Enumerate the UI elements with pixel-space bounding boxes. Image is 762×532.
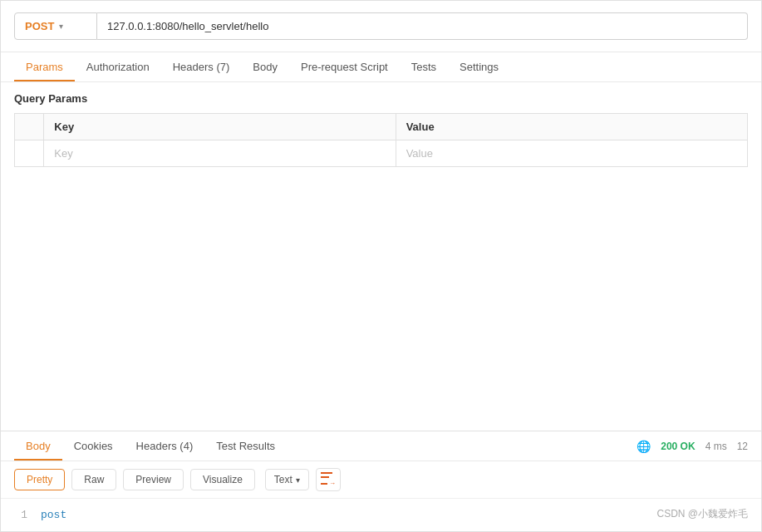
method-selector[interactable]: POST ▾ <box>14 12 97 40</box>
globe-icon[interactable]: 🌐 <box>637 440 651 453</box>
response-tab-headers[interactable]: Headers (4) <box>125 431 205 461</box>
tab-settings[interactable]: Settings <box>448 52 510 81</box>
response-tabs: Body Cookies Headers (4) Test Results <box>14 431 287 461</box>
tab-body[interactable]: Body <box>241 52 289 81</box>
tab-tests[interactable]: Tests <box>400 52 448 81</box>
line-numbers: 1 <box>14 509 27 521</box>
table-header-value: Value <box>396 114 747 140</box>
tab-params[interactable]: Params <box>14 52 75 81</box>
url-input[interactable] <box>97 12 748 40</box>
tab-headers[interactable]: Headers (7) <box>161 52 242 81</box>
format-pretty-button[interactable]: Pretty <box>14 469 65 490</box>
response-size: 12 <box>737 441 748 452</box>
chevron-down-icon: ▾ <box>296 475 300 485</box>
response-tab-body[interactable]: Body <box>14 431 62 461</box>
query-params-title: Query Params <box>14 92 748 105</box>
wrap-button[interactable]: → <box>316 468 341 491</box>
empty-space <box>1 262 761 431</box>
format-type-label: Text <box>274 474 293 485</box>
tab-authorization[interactable]: Authorization <box>75 52 161 81</box>
method-label: POST <box>25 20 54 32</box>
code-content: post <box>41 509 748 521</box>
format-raw-button[interactable]: Raw <box>71 469 116 490</box>
table-header-key: Key <box>44 114 396 140</box>
request-bar: POST ▾ <box>1 1 761 52</box>
row-checkbox <box>15 140 44 167</box>
chevron-down-icon: ▾ <box>59 22 63 31</box>
row-key-placeholder[interactable]: Key <box>44 140 396 167</box>
response-meta: 🌐 200 OK 4 ms 12 <box>637 440 748 453</box>
response-body: 1 post <box>1 499 761 531</box>
format-visualize-button[interactable]: Visualize <box>190 469 255 490</box>
table-row: Key Value <box>15 140 748 167</box>
response-tab-test-results[interactable]: Test Results <box>204 431 287 461</box>
format-preview-button[interactable]: Preview <box>123 469 184 490</box>
table-header-checkbox <box>15 114 44 140</box>
wrap-icon: → <box>321 472 336 487</box>
watermark: CSDN @小魏爱炸毛 <box>656 507 748 521</box>
response-time: 4 ms <box>705 441 727 452</box>
row-value-placeholder[interactable]: Value <box>396 140 747 167</box>
request-tabs: Params Authorization Headers (7) Body Pr… <box>1 52 761 82</box>
tab-pre-request[interactable]: Pre-request Script <box>289 52 400 81</box>
params-section: Query Params Key Value Key Value <box>1 82 761 262</box>
response-area: Body Cookies Headers (4) Test Results 🌐 … <box>1 431 761 531</box>
response-tab-cookies[interactable]: Cookies <box>62 431 125 461</box>
query-params-table: Key Value Key Value <box>14 113 748 167</box>
format-type-select[interactable]: Text ▾ <box>265 469 309 490</box>
response-header: Body Cookies Headers (4) Test Results 🌐 … <box>1 431 761 461</box>
format-bar: Pretty Raw Preview Visualize Text ▾ → <box>1 461 761 499</box>
response-status: 200 OK <box>661 441 695 452</box>
